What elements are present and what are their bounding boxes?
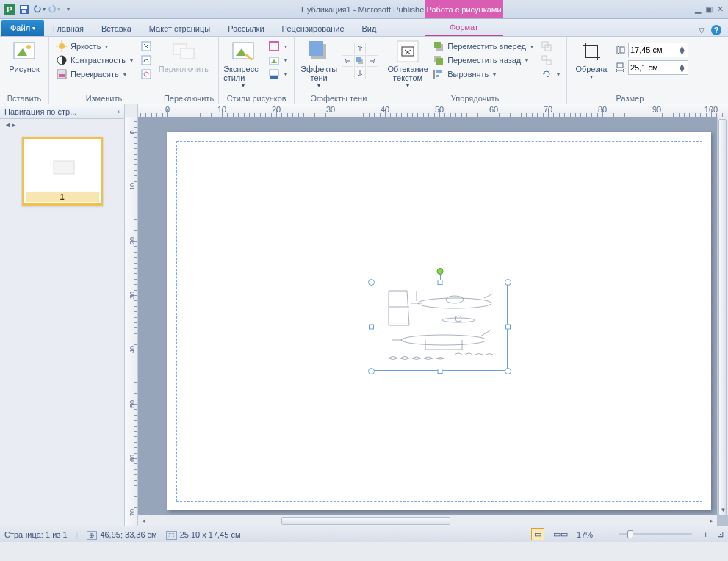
- group-arrange-label: Упорядочить: [388, 93, 562, 104]
- group-insert-label: Вставить: [4, 93, 44, 104]
- rotate-icon: [541, 68, 552, 80]
- tab-insert[interactable]: Вставка: [93, 21, 140, 36]
- minimize-button[interactable]: ▁: [695, 4, 701, 14]
- fit-page-button[interactable]: ⊡: [717, 529, 724, 539]
- nudge-shadow-bl[interactable]: [342, 68, 353, 79]
- recolor-button[interactable]: Перекрасить: [54, 68, 135, 81]
- shape-icon: [268, 54, 280, 66]
- compress-pictures-button[interactable]: [138, 40, 154, 53]
- svg-rect-45: [402, 47, 414, 56]
- save-icon[interactable]: [18, 3, 31, 16]
- picture-shape-button[interactable]: [266, 54, 289, 67]
- tab-mail[interactable]: Рассылки: [219, 21, 273, 36]
- svg-rect-17: [59, 74, 65, 77]
- tab-review[interactable]: Рецензирование: [273, 21, 353, 36]
- close-button[interactable]: ✕: [717, 4, 724, 14]
- nav-pane-menu[interactable]: ◄ ▸: [0, 119, 124, 131]
- svg-rect-30: [270, 76, 278, 79]
- tab-view[interactable]: Вид: [353, 21, 386, 36]
- zoom-in-button[interactable]: +: [704, 530, 708, 539]
- selected-picture[interactable]: [372, 283, 508, 371]
- group-switch-label: Переключить: [164, 93, 214, 104]
- tab-home[interactable]: Главная: [44, 21, 93, 36]
- svg-text:?: ?: [714, 26, 719, 35]
- width-input[interactable]: ▲▼: [628, 60, 688, 75]
- vertical-scrollbar[interactable]: ▲ ▼: [717, 117, 728, 515]
- group-objects-button[interactable]: [538, 40, 562, 53]
- help-icon[interactable]: ?: [710, 24, 722, 36]
- resize-handle-tl[interactable]: [368, 279, 375, 286]
- reset-picture-button[interactable]: [138, 68, 154, 81]
- zoom-out-button[interactable]: −: [602, 530, 606, 539]
- nudge-shadow-l[interactable]: [342, 55, 353, 67]
- nav-pane-header[interactable]: Навигация по стр... ‹: [0, 104, 124, 119]
- page-thumbnail-1[interactable]: 1: [22, 137, 103, 206]
- horizontal-scrollbar[interactable]: ◄ ►: [138, 515, 717, 526]
- group-icon: [541, 40, 552, 52]
- canvas[interactable]: [138, 117, 717, 515]
- ungroup-button[interactable]: [538, 54, 562, 67]
- resize-handle-b[interactable]: [437, 369, 442, 374]
- resize-handle-br[interactable]: [505, 368, 511, 374]
- zoom-level[interactable]: 17%: [577, 530, 593, 539]
- nudge-shadow-br[interactable]: [367, 68, 378, 79]
- resize-handle-l[interactable]: [369, 325, 374, 330]
- undo-button[interactable]: [32, 3, 46, 16]
- change-picture-button[interactable]: [138, 54, 154, 67]
- shadow-effects-button[interactable]: Эффекты тени▾: [299, 38, 339, 89]
- align-button[interactable]: Выровнять: [430, 68, 536, 81]
- redo-button[interactable]: [47, 3, 60, 16]
- brightness-button[interactable]: Яркость: [54, 40, 135, 53]
- zoom-slider[interactable]: [619, 533, 692, 535]
- change-picture-icon: [140, 54, 152, 66]
- ruler-corner: [125, 104, 138, 117]
- nudge-shadow-tl[interactable]: [342, 43, 353, 54]
- crop-button[interactable]: Обрезка▾: [572, 38, 611, 80]
- horizontal-ruler[interactable]: 0102030405060708090100: [138, 104, 728, 117]
- resize-handle-bl[interactable]: [368, 368, 375, 374]
- svg-rect-57: [620, 47, 624, 53]
- minimize-ribbon-icon[interactable]: ▽: [699, 26, 704, 35]
- restore-button[interactable]: ▣: [705, 4, 713, 14]
- quick-styles-button[interactable]: Экспресс-стили▾: [223, 38, 263, 89]
- nudge-shadow-t[interactable]: [354, 43, 366, 54]
- svg-rect-19: [142, 56, 151, 65]
- rotate-button[interactable]: [538, 68, 562, 81]
- qat-customize-icon[interactable]: ▾: [62, 3, 75, 16]
- quick-access-toolbar: P ▾: [0, 3, 75, 16]
- svg-rect-56: [547, 60, 551, 65]
- resize-handle-t[interactable]: [437, 280, 442, 285]
- nudge-shadow-b[interactable]: [354, 68, 366, 79]
- rotation-handle[interactable]: [436, 268, 443, 275]
- insert-picture-button[interactable]: Рисунок: [4, 38, 44, 73]
- contrast-button[interactable]: Контрастность: [54, 54, 135, 67]
- group-styles-label: Стили рисунков: [223, 93, 289, 104]
- nudge-shadow-tr[interactable]: [367, 43, 378, 54]
- vertical-ruler[interactable]: 010203040506070: [125, 117, 138, 526]
- picture-caption-button[interactable]: [266, 68, 289, 81]
- height-input[interactable]: ▲▼: [628, 43, 688, 57]
- page[interactable]: [167, 132, 711, 510]
- tab-layout[interactable]: Макет страницы: [140, 21, 219, 36]
- bring-forward-button[interactable]: Переместить вперед: [430, 40, 536, 53]
- svg-rect-35: [367, 43, 378, 54]
- status-page[interactable]: Страница: 1 из 1: [4, 530, 68, 539]
- tab-format[interactable]: Формат: [425, 20, 503, 36]
- send-backward-button[interactable]: Переместить назад: [430, 54, 536, 67]
- svg-rect-49: [436, 58, 443, 65]
- view-two-page-button[interactable]: ▭▭: [553, 529, 568, 539]
- nudge-shadow-r[interactable]: [367, 55, 378, 67]
- collapse-pane-icon[interactable]: ‹: [118, 108, 120, 115]
- shadow-toggle[interactable]: [354, 55, 366, 67]
- ribbon-tabs: Файл ▾ Главная Вставка Макет страницы Ра…: [0, 19, 728, 37]
- status-bar: Страница: 1 из 1 | ⊕46,95; 33,36 см ⬚25,…: [0, 526, 728, 542]
- resize-handle-tr[interactable]: [505, 279, 511, 286]
- tab-file[interactable]: Файл ▾: [1, 20, 44, 36]
- svg-rect-43: [367, 68, 378, 79]
- picture-border-button[interactable]: [266, 40, 289, 53]
- resize-handle-r[interactable]: [505, 325, 511, 330]
- svg-point-10: [59, 43, 65, 49]
- view-single-page-button[interactable]: ▭: [531, 528, 544, 540]
- status-position: ⊕46,95; 33,36 см: [87, 530, 156, 539]
- text-wrap-button[interactable]: Обтекание текстом▾: [388, 38, 428, 89]
